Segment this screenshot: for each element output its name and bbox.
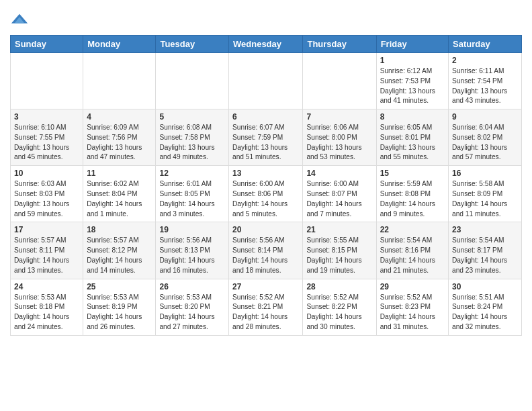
calendar-week-5: 24Sunrise: 5:53 AM Sunset: 8:18 PM Dayli… (11, 279, 522, 335)
calendar-cell: 10Sunrise: 6:03 AM Sunset: 8:03 PM Dayli… (11, 166, 83, 222)
day-info: Sunrise: 6:08 AM Sunset: 7:58 PM Dayligh… (159, 123, 225, 163)
day-info: Sunrise: 6:04 AM Sunset: 8:02 PM Dayligh… (452, 123, 518, 163)
day-info: Sunrise: 5:52 AM Sunset: 8:22 PM Dayligh… (306, 293, 372, 332)
calendar-cell: 27Sunrise: 5:52 AM Sunset: 8:21 PM Dayli… (229, 279, 303, 335)
day-info: Sunrise: 6:06 AM Sunset: 8:00 PM Dayligh… (306, 123, 372, 163)
calendar-cell: 19Sunrise: 5:56 AM Sunset: 8:13 PM Dayli… (156, 222, 229, 279)
weekday-header-wednesday: Wednesday (229, 36, 303, 53)
weekday-header-saturday: Saturday (449, 36, 522, 53)
calendar-week-3: 10Sunrise: 6:03 AM Sunset: 8:03 PM Dayli… (11, 166, 522, 222)
weekday-header-tuesday: Tuesday (156, 36, 229, 53)
calendar-cell: 15Sunrise: 5:59 AM Sunset: 8:08 PM Dayli… (376, 166, 448, 222)
day-number: 19 (159, 225, 225, 234)
weekday-header-friday: Friday (376, 36, 448, 53)
calendar-cell: 1Sunrise: 6:12 AM Sunset: 7:53 PM Daylig… (376, 53, 448, 109)
day-number: 17 (14, 225, 79, 234)
day-info: Sunrise: 6:09 AM Sunset: 7:56 PM Dayligh… (87, 123, 152, 163)
calendar-cell: 4Sunrise: 6:09 AM Sunset: 7:56 PM Daylig… (83, 109, 156, 166)
day-info: Sunrise: 5:55 AM Sunset: 8:15 PM Dayligh… (306, 236, 372, 275)
day-info: Sunrise: 6:12 AM Sunset: 7:53 PM Dayligh… (380, 66, 445, 106)
day-number: 11 (87, 169, 152, 178)
header (10, 7, 522, 30)
day-number: 6 (232, 112, 299, 122)
day-info: Sunrise: 6:00 AM Sunset: 8:06 PM Dayligh… (232, 179, 299, 219)
day-number: 30 (452, 282, 518, 291)
calendar-cell: 17Sunrise: 5:57 AM Sunset: 8:11 PM Dayli… (11, 222, 83, 279)
calendar-cell: 8Sunrise: 6:05 AM Sunset: 8:01 PM Daylig… (376, 109, 448, 166)
calendar-cell: 24Sunrise: 5:53 AM Sunset: 8:18 PM Dayli… (11, 279, 83, 335)
calendar-cell: 29Sunrise: 5:52 AM Sunset: 8:23 PM Dayli… (376, 279, 448, 335)
day-number: 2 (452, 56, 518, 65)
logo-icon (10, 11, 29, 30)
day-info: Sunrise: 6:07 AM Sunset: 7:59 PM Dayligh… (232, 123, 299, 163)
day-number: 16 (452, 169, 518, 178)
day-info: Sunrise: 6:02 AM Sunset: 8:04 PM Dayligh… (87, 179, 152, 219)
calendar-cell: 23Sunrise: 5:54 AM Sunset: 8:17 PM Dayli… (449, 222, 522, 279)
page: SundayMondayTuesdayWednesdayThursdayFrid… (0, 0, 532, 346)
weekday-header-row: SundayMondayTuesdayWednesdayThursdayFrid… (11, 36, 522, 53)
day-number: 1 (380, 56, 445, 65)
day-info: Sunrise: 5:57 AM Sunset: 8:11 PM Dayligh… (14, 236, 79, 275)
day-number: 23 (452, 225, 518, 234)
weekday-header-thursday: Thursday (303, 36, 376, 53)
calendar-cell (11, 53, 83, 109)
day-number: 27 (232, 282, 299, 291)
day-info: Sunrise: 5:58 AM Sunset: 8:09 PM Dayligh… (452, 179, 518, 219)
calendar-cell: 14Sunrise: 6:00 AM Sunset: 8:07 PM Dayli… (303, 166, 376, 222)
day-info: Sunrise: 5:53 AM Sunset: 8:20 PM Dayligh… (159, 293, 225, 332)
calendar-cell: 26Sunrise: 5:53 AM Sunset: 8:20 PM Dayli… (156, 279, 229, 335)
calendar-cell: 13Sunrise: 6:00 AM Sunset: 8:06 PM Dayli… (229, 166, 303, 222)
day-info: Sunrise: 6:03 AM Sunset: 8:03 PM Dayligh… (14, 179, 79, 219)
calendar-cell (229, 53, 303, 109)
calendar-cell: 20Sunrise: 5:56 AM Sunset: 8:14 PM Dayli… (229, 222, 303, 279)
day-number: 13 (232, 169, 299, 178)
day-info: Sunrise: 5:59 AM Sunset: 8:08 PM Dayligh… (380, 179, 445, 219)
day-info: Sunrise: 5:52 AM Sunset: 8:23 PM Dayligh… (380, 293, 445, 332)
calendar-cell: 28Sunrise: 5:52 AM Sunset: 8:22 PM Dayli… (303, 279, 376, 335)
calendar-cell (156, 53, 229, 109)
day-number: 28 (306, 282, 372, 291)
calendar-week-1: 1Sunrise: 6:12 AM Sunset: 7:53 PM Daylig… (11, 53, 522, 109)
calendar-cell: 21Sunrise: 5:55 AM Sunset: 8:15 PM Dayli… (303, 222, 376, 279)
calendar-cell (303, 53, 376, 109)
calendar-week-4: 17Sunrise: 5:57 AM Sunset: 8:11 PM Dayli… (11, 222, 522, 279)
day-number: 14 (306, 169, 372, 178)
day-number: 25 (87, 282, 152, 291)
calendar-cell: 6Sunrise: 6:07 AM Sunset: 7:59 PM Daylig… (229, 109, 303, 166)
day-number: 7 (306, 112, 372, 122)
day-number: 18 (87, 225, 152, 234)
day-info: Sunrise: 6:05 AM Sunset: 8:01 PM Dayligh… (380, 123, 445, 163)
calendar-cell: 30Sunrise: 5:51 AM Sunset: 8:24 PM Dayli… (449, 279, 522, 335)
day-number: 8 (380, 112, 445, 122)
calendar-cell: 7Sunrise: 6:06 AM Sunset: 8:00 PM Daylig… (303, 109, 376, 166)
calendar-cell: 9Sunrise: 6:04 AM Sunset: 8:02 PM Daylig… (449, 109, 522, 166)
day-number: 3 (14, 112, 79, 122)
weekday-header-sunday: Sunday (11, 36, 83, 53)
calendar-table: SundayMondayTuesdayWednesdayThursdayFrid… (10, 35, 522, 336)
day-info: Sunrise: 5:54 AM Sunset: 8:17 PM Dayligh… (452, 236, 518, 275)
day-info: Sunrise: 6:00 AM Sunset: 8:07 PM Dayligh… (306, 179, 372, 219)
calendar-cell: 2Sunrise: 6:11 AM Sunset: 7:54 PM Daylig… (449, 53, 522, 109)
day-number: 20 (232, 225, 299, 234)
calendar-week-2: 3Sunrise: 6:10 AM Sunset: 7:55 PM Daylig… (11, 109, 522, 166)
day-number: 22 (380, 225, 445, 234)
day-number: 9 (452, 112, 518, 122)
day-number: 4 (87, 112, 152, 122)
calendar-cell: 12Sunrise: 6:01 AM Sunset: 8:05 PM Dayli… (156, 166, 229, 222)
calendar-cell: 22Sunrise: 5:54 AM Sunset: 8:16 PM Dayli… (376, 222, 448, 279)
day-info: Sunrise: 6:01 AM Sunset: 8:05 PM Dayligh… (159, 179, 225, 219)
calendar-cell (83, 53, 156, 109)
calendar-cell: 3Sunrise: 6:10 AM Sunset: 7:55 PM Daylig… (11, 109, 83, 166)
day-info: Sunrise: 6:10 AM Sunset: 7:55 PM Dayligh… (14, 123, 79, 163)
calendar-cell: 25Sunrise: 5:53 AM Sunset: 8:19 PM Dayli… (83, 279, 156, 335)
day-info: Sunrise: 6:11 AM Sunset: 7:54 PM Dayligh… (452, 66, 518, 106)
day-info: Sunrise: 5:57 AM Sunset: 8:12 PM Dayligh… (87, 236, 152, 275)
day-number: 29 (380, 282, 445, 291)
day-number: 12 (159, 169, 225, 178)
calendar-cell: 16Sunrise: 5:58 AM Sunset: 8:09 PM Dayli… (449, 166, 522, 222)
day-info: Sunrise: 5:56 AM Sunset: 8:13 PM Dayligh… (159, 236, 225, 275)
day-info: Sunrise: 5:56 AM Sunset: 8:14 PM Dayligh… (232, 236, 299, 275)
day-number: 15 (380, 169, 445, 178)
day-number: 10 (14, 169, 79, 178)
day-info: Sunrise: 5:54 AM Sunset: 8:16 PM Dayligh… (380, 236, 445, 275)
